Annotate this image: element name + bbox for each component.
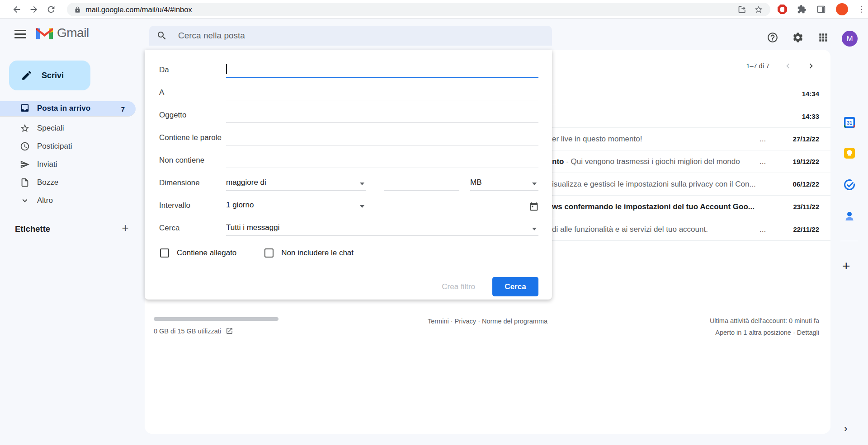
- field-label-from: Da: [159, 66, 226, 75]
- mail-row-snippet: - Qui vengono trasmessi i giochi miglior…: [564, 157, 740, 166]
- mail-row-ellipsis: ...: [760, 157, 780, 166]
- mail-row-date: 27/12/22: [780, 135, 819, 143]
- browser-menu-icon[interactable]: ⋮: [858, 4, 865, 15]
- dropdown-arrow-icon: [360, 205, 364, 208]
- keep-icon[interactable]: [843, 147, 856, 159]
- add-addon-icon[interactable]: +: [842, 258, 850, 274]
- pencil-icon: [21, 70, 33, 81]
- inbox-unread-count: 7: [121, 105, 125, 113]
- mail-row-date: 22/11/22: [780, 225, 819, 233]
- sidebar-item-drafts[interactable]: Bozze: [0, 173, 136, 192]
- exclude-chats-label: Non includere le chat: [281, 248, 354, 258]
- field-label-scope: Cerca: [159, 224, 226, 233]
- dropdown-arrow-icon: [532, 183, 537, 185]
- mail-row-date: 14:34: [780, 90, 819, 98]
- newer-page-icon[interactable]: [780, 58, 796, 74]
- mail-search-bar[interactable]: Cerca nella posta: [149, 26, 552, 46]
- sidebar-item-inbox[interactable]: Posta in arrivo 7: [0, 101, 136, 117]
- open-in-new-icon[interactable]: [226, 327, 233, 335]
- settings-gear-icon[interactable]: [792, 32, 804, 43]
- field-label-size: Dimensione: [159, 178, 226, 187]
- labels-header: Etichette: [15, 224, 50, 234]
- adblock-extension-icon[interactable]: [778, 5, 787, 14]
- account-avatar[interactable]: M: [842, 31, 858, 47]
- field-label-subject: Oggetto: [159, 111, 226, 120]
- mail-row-date: 14:33: [780, 112, 819, 120]
- sidebar-item-snoozed[interactable]: Posticipati: [0, 137, 136, 155]
- extensions-puzzle-icon[interactable]: [797, 5, 807, 14]
- sidebar-item-sent[interactable]: Inviati: [0, 155, 136, 173]
- includes-words-input[interactable]: [226, 130, 538, 145]
- account-activity-line2[interactable]: Aperto in 1 altra posizione · Dettagli: [715, 329, 819, 336]
- exclude-chats-checkbox[interactable]: [264, 248, 274, 258]
- sidebar-item-label: Inviati: [37, 160, 57, 169]
- share-icon[interactable]: [738, 5, 747, 14]
- clock-icon: [20, 141, 30, 151]
- date-range-value: 1 giorno: [226, 201, 254, 210]
- account-activity-line1: Ultima attività dell'account: 0 minuti f…: [710, 317, 819, 324]
- size-value-input[interactable]: [384, 175, 459, 191]
- compose-button[interactable]: Scrivi: [9, 61, 90, 90]
- url-bar[interactable]: mail.google.com/mail/u/4/#inbox: [67, 3, 770, 16]
- date-input[interactable]: [384, 198, 538, 213]
- excludes-words-input[interactable]: [226, 153, 538, 168]
- field-label-includes: Contiene le parole: [159, 133, 226, 142]
- storage-usage: 0 GB di 15 GB utilizzati: [154, 327, 233, 335]
- search-scope-value: Tutti i messaggi: [226, 223, 279, 232]
- contacts-icon[interactable]: [843, 210, 856, 223]
- tasks-icon[interactable]: [843, 178, 856, 191]
- browser-reload-icon[interactable]: [46, 5, 56, 14]
- main-menu-icon[interactable]: [14, 28, 26, 39]
- subject-input[interactable]: [226, 108, 538, 123]
- send-icon: [20, 159, 30, 169]
- lock-icon: [74, 6, 81, 13]
- dropdown-arrow-icon: [532, 228, 537, 230]
- date-picker-calendar-icon[interactable]: [529, 202, 538, 211]
- size-unit-select[interactable]: MB: [470, 175, 538, 191]
- side-panel-icon[interactable]: [816, 5, 826, 14]
- create-filter-button[interactable]: Crea filtro: [442, 282, 475, 291]
- sidebar-item-more[interactable]: Altro: [0, 192, 136, 210]
- mail-row-subject: nto: [552, 157, 564, 166]
- search-submit-button[interactable]: Cerca: [492, 277, 538, 296]
- url-text: mail.google.com/mail/u/4/#inbox: [85, 5, 738, 14]
- add-label-icon[interactable]: +: [118, 221, 132, 235]
- browser-forward-icon[interactable]: [29, 5, 39, 14]
- size-operator-value: maggiore di: [226, 178, 266, 187]
- search-placeholder: Cerca nella posta: [178, 31, 245, 41]
- field-label-to: A: [159, 88, 226, 97]
- pagination-label: 1–7 di 7: [746, 62, 769, 70]
- browser-profile-avatar[interactable]: [836, 3, 848, 15]
- bookmark-star-icon[interactable]: [754, 5, 763, 14]
- calendar-icon[interactable]: 31: [843, 116, 856, 129]
- gmail-logo[interactable]: Gmail: [36, 26, 89, 40]
- size-unit-value: MB: [470, 178, 482, 187]
- svg-text:31: 31: [847, 120, 852, 126]
- size-operator-select[interactable]: maggiore di: [226, 175, 366, 191]
- field-label-range: Intervallo: [159, 201, 226, 210]
- collapse-side-panel-icon[interactable]: ›: [844, 423, 847, 435]
- search-scope-select[interactable]: Tutti i messaggi: [226, 220, 538, 236]
- compose-label: Scrivi: [42, 71, 64, 80]
- mail-row-date: 19/12/22: [780, 158, 819, 165]
- mail-row-ellipsis: ...: [760, 225, 780, 234]
- draft-file-icon: [20, 178, 30, 187]
- browser-back-icon[interactable]: [12, 5, 22, 14]
- gmail-m-icon: [36, 27, 53, 39]
- has-attachment-label: Contiene allegato: [177, 248, 236, 258]
- has-attachment-checkbox[interactable]: [160, 248, 169, 258]
- mail-row-snippet: isualizza e gestisci le impostazioni sul…: [552, 180, 756, 188]
- search-icon[interactable]: [156, 30, 167, 41]
- mail-row-subject: ws confermando le impostazioni del tuo A…: [552, 202, 755, 211]
- from-input[interactable]: [226, 62, 538, 78]
- google-apps-grid-icon[interactable]: [817, 32, 829, 43]
- side-panel-rail: 31 + ›: [830, 50, 868, 445]
- date-range-select[interactable]: 1 giorno: [226, 198, 366, 213]
- help-icon[interactable]: [767, 32, 778, 43]
- chevron-down-icon: [20, 196, 30, 206]
- sidebar-item-label: Speciali: [37, 124, 64, 133]
- text-caret: [226, 64, 227, 74]
- older-page-icon[interactable]: [803, 58, 819, 74]
- to-input[interactable]: [226, 85, 538, 100]
- sidebar-item-starred[interactable]: Speciali: [0, 119, 136, 137]
